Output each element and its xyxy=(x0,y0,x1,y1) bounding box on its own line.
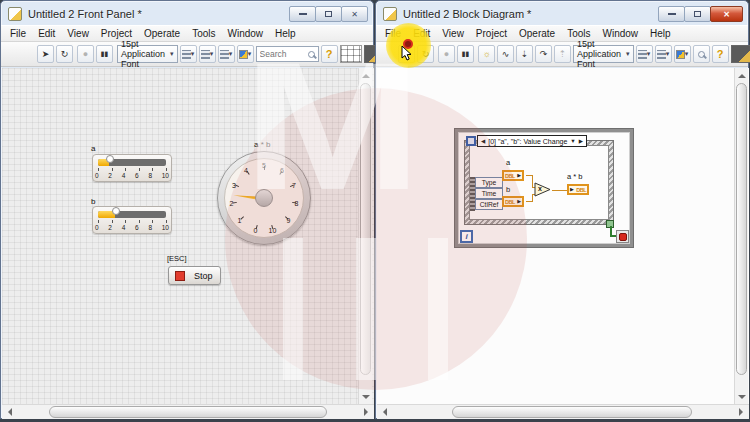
horizontal-scroll-track[interactable] xyxy=(17,405,359,419)
menu-view[interactable]: View xyxy=(61,27,95,40)
menu-operate[interactable]: Operate xyxy=(513,27,561,40)
minimize-button[interactable] xyxy=(658,6,685,22)
scroll-down-button[interactable] xyxy=(735,390,749,404)
chevron-down-icon: ▾ xyxy=(685,50,689,58)
align-objects-dropdown[interactable]: ▾ xyxy=(180,45,197,63)
previous-case-icon[interactable]: ◀ xyxy=(481,138,485,144)
run-continuously-button[interactable]: ↻ xyxy=(417,45,434,63)
loop-condition-terminal[interactable] xyxy=(616,230,629,243)
abort-button[interactable]: ● xyxy=(77,45,94,63)
terminal-a[interactable]: DBL ▶ xyxy=(502,170,524,181)
step-out-button[interactable]: ⇡ xyxy=(554,45,571,63)
vertical-scroll-thumb[interactable] xyxy=(360,83,371,375)
horizontal-scroll-thumb[interactable] xyxy=(452,406,692,418)
multiply-icon: x xyxy=(538,185,542,192)
show-front-panel-icon[interactable] xyxy=(731,45,750,63)
resize-objects-dropdown[interactable]: ▾ xyxy=(218,45,235,63)
maximize-button[interactable] xyxy=(315,6,342,22)
event-field-ctlref[interactable]: CtlRef xyxy=(475,199,503,210)
align-objects-dropdown[interactable]: ▾ xyxy=(636,45,653,63)
retain-wire-values-button[interactable]: ∿ xyxy=(497,45,514,63)
menu-edit[interactable]: Edit xyxy=(32,27,61,40)
slider-b-track[interactable] xyxy=(98,211,166,218)
block-diagram-canvas[interactable]: Type Time CtlRef a DBL ▶ b DBL ▶ xyxy=(377,68,749,404)
vertical-scrollbar[interactable] xyxy=(734,68,748,404)
output-indicator-terminal[interactable]: ▶ DBL xyxy=(567,184,589,195)
pause-button[interactable]: ▮▮ xyxy=(96,45,113,63)
case-dropdown-icon[interactable]: ▼ xyxy=(570,138,575,144)
event-field-time[interactable]: Time xyxy=(475,188,503,199)
event-structure[interactable]: Type Time CtlRef a DBL ▶ b DBL ▶ xyxy=(464,140,614,225)
run-icon: ➤ xyxy=(403,49,411,59)
highlight-execution-button[interactable]: ☼ xyxy=(478,45,495,63)
iteration-terminal[interactable]: i xyxy=(460,230,473,243)
step-over-button[interactable]: ↷ xyxy=(535,45,552,63)
search-input[interactable] xyxy=(260,49,308,59)
slider-b[interactable]: 0246810 xyxy=(92,206,172,234)
scroll-left-button[interactable] xyxy=(2,405,17,420)
distribute-objects-dropdown[interactable]: ▾ xyxy=(199,45,216,63)
close-button[interactable]: ✕ xyxy=(710,6,743,22)
minimize-button[interactable] xyxy=(289,6,316,22)
multiply-node[interactable] xyxy=(534,182,552,197)
help-icon: ? xyxy=(717,48,724,60)
menu-project[interactable]: Project xyxy=(470,27,513,40)
menu-help[interactable]: Help xyxy=(269,27,302,40)
maximize-icon xyxy=(694,11,701,17)
horizontal-scroll-thumb[interactable] xyxy=(49,406,327,418)
slider-a-thumb[interactable] xyxy=(106,155,114,163)
scroll-left-button[interactable] xyxy=(377,405,392,420)
titlebar[interactable]: Untitled 2 Block Diagram * ✕ xyxy=(376,1,748,25)
scroll-right-button[interactable] xyxy=(734,405,749,420)
run-button[interactable]: ➤ xyxy=(37,45,54,63)
step-out-icon: ⇡ xyxy=(559,49,567,59)
window-controls: ✕ xyxy=(290,6,368,22)
titlebar[interactable]: Untitled 2 Front Panel * ✕ xyxy=(1,1,373,25)
reorder-dropdown[interactable]: ▾ xyxy=(237,45,254,63)
timeout-terminal[interactable] xyxy=(466,136,476,146)
slider-a-scale: 0246810 xyxy=(95,172,169,179)
reorder-dropdown[interactable]: ▾ xyxy=(674,45,691,63)
next-case-icon[interactable]: ▶ xyxy=(579,138,583,144)
search-button[interactable] xyxy=(693,45,710,63)
terminal-b[interactable]: DBL ▶ xyxy=(502,196,524,207)
step-into-button[interactable]: ⇣ xyxy=(516,45,533,63)
resize-objects-icon xyxy=(220,50,229,59)
run-continuously-button[interactable]: ↻ xyxy=(56,45,73,63)
menu-file[interactable]: File xyxy=(4,27,32,40)
horizontal-scrollbar[interactable] xyxy=(377,404,749,419)
slider-a[interactable]: 0246810 xyxy=(92,154,172,182)
help-button[interactable]: ? xyxy=(712,45,729,63)
menu-file[interactable]: File xyxy=(379,27,407,40)
horizontal-scroll-track[interactable] xyxy=(392,405,734,419)
font-selector[interactable]: 15pt Application Font ▾ xyxy=(117,45,178,63)
menu-window[interactable]: Window xyxy=(221,27,269,40)
scroll-up-button[interactable] xyxy=(359,68,373,82)
vertical-scroll-thumb[interactable] xyxy=(736,83,747,375)
pause-button[interactable]: ▮▮ xyxy=(457,45,474,63)
scroll-right-button[interactable] xyxy=(359,405,374,420)
search-box[interactable] xyxy=(256,46,319,62)
menu-view[interactable]: View xyxy=(436,27,470,40)
abort-button[interactable]: ● xyxy=(438,45,455,63)
front-panel-canvas[interactable]: a 0246810 b 0246810 a * b xyxy=(2,68,374,404)
event-case-selector[interactable]: ◀ [0] "a", "b": Value Change ▼ ▶ xyxy=(477,135,587,147)
run-button[interactable]: ➤ xyxy=(398,45,415,63)
help-button[interactable]: ? xyxy=(321,45,338,63)
menu-edit[interactable]: Edit xyxy=(407,27,436,40)
vertical-scrollbar[interactable] xyxy=(358,68,372,404)
close-button[interactable]: ✕ xyxy=(341,6,368,22)
alignment-grid-icon[interactable] xyxy=(340,45,362,63)
labview-app-icon xyxy=(383,7,397,21)
horizontal-scrollbar[interactable] xyxy=(2,404,374,419)
distribute-objects-dropdown[interactable]: ▾ xyxy=(655,45,672,63)
event-field-type[interactable]: Type xyxy=(475,177,503,188)
slider-b-thumb[interactable] xyxy=(112,207,120,215)
stop-button[interactable]: Stop xyxy=(168,266,221,285)
menu-tools[interactable]: Tools xyxy=(186,27,221,40)
maximize-button[interactable] xyxy=(684,6,711,22)
menu-help[interactable]: Help xyxy=(644,27,677,40)
scroll-down-button[interactable] xyxy=(359,390,373,404)
scroll-up-button[interactable] xyxy=(735,68,749,82)
font-selector[interactable]: 15pt Application Font ▾ xyxy=(573,45,634,63)
